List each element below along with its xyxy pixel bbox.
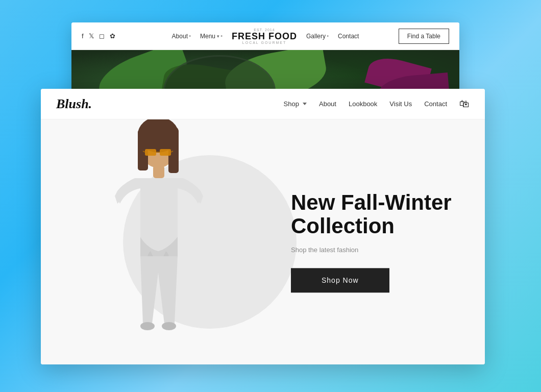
- shop-now-button[interactable]: Shop Now: [291, 268, 389, 293]
- facebook-icon[interactable]: f: [82, 32, 84, 40]
- scene: f 𝕏 ◻ ✿ About Menu ▾ EST. 2014: [41, 22, 500, 370]
- svg-rect-6: [160, 149, 171, 156]
- ff-nav: About Menu ▾ EST. 2014 FRESH FOOD LOCAL …: [172, 28, 359, 44]
- ff-nav-menu[interactable]: Menu ▾: [200, 33, 223, 40]
- ff-social: f 𝕏 ◻ ✿: [82, 32, 115, 40]
- instagram-icon[interactable]: ◻: [99, 32, 105, 40]
- twitter-icon[interactable]: 𝕏: [89, 32, 94, 40]
- model-figure: [92, 119, 225, 364]
- ff-nav-contact[interactable]: Contact: [338, 33, 359, 40]
- svg-rect-10: [153, 165, 164, 178]
- svg-rect-4: [139, 127, 179, 138]
- shop-chevron-icon: [303, 103, 307, 105]
- ff-nav-gallery[interactable]: Gallery: [306, 33, 329, 40]
- blush-nav-lookbook[interactable]: Lookbook: [349, 100, 377, 108]
- ff-header: f 𝕏 ◻ ✿ About Menu ▾ EST. 2014: [71, 22, 459, 50]
- svg-rect-5: [145, 149, 156, 156]
- svg-point-12: [162, 322, 176, 330]
- cart-icon[interactable]: 🛍: [459, 98, 470, 110]
- ff-nav-about[interactable]: About: [172, 33, 191, 40]
- blush-nav-about[interactable]: About: [319, 100, 336, 108]
- blush-logo[interactable]: Blush.: [56, 96, 92, 112]
- blush-content: New Fall-Winter Collection Shop the late…: [291, 191, 454, 292]
- collection-title: New Fall-Winter Collection: [291, 191, 454, 238]
- svg-point-11: [140, 322, 155, 330]
- blush-header: Blush. Shop About Lookbook Visit Us Cont…: [41, 89, 485, 119]
- blush-hero: New Fall-Winter Collection Shop the late…: [41, 119, 485, 364]
- blush-nav-contact[interactable]: Contact: [424, 100, 447, 108]
- ff-logo: EST. 2014 FRESH FOOD LOCAL GOURMET: [232, 28, 297, 44]
- blush-window: Blush. Shop About Lookbook Visit Us Cont…: [41, 89, 485, 364]
- collection-subtitle: Shop the latest fashion: [291, 247, 454, 254]
- find-table-button[interactable]: Find a Table: [399, 29, 449, 44]
- blush-nav-visit-us[interactable]: Visit Us: [389, 100, 412, 108]
- yelp-icon[interactable]: ✿: [110, 32, 115, 40]
- blush-nav: Shop About Lookbook Visit Us Contact 🛍: [284, 98, 470, 110]
- blush-nav-shop[interactable]: Shop: [284, 100, 307, 108]
